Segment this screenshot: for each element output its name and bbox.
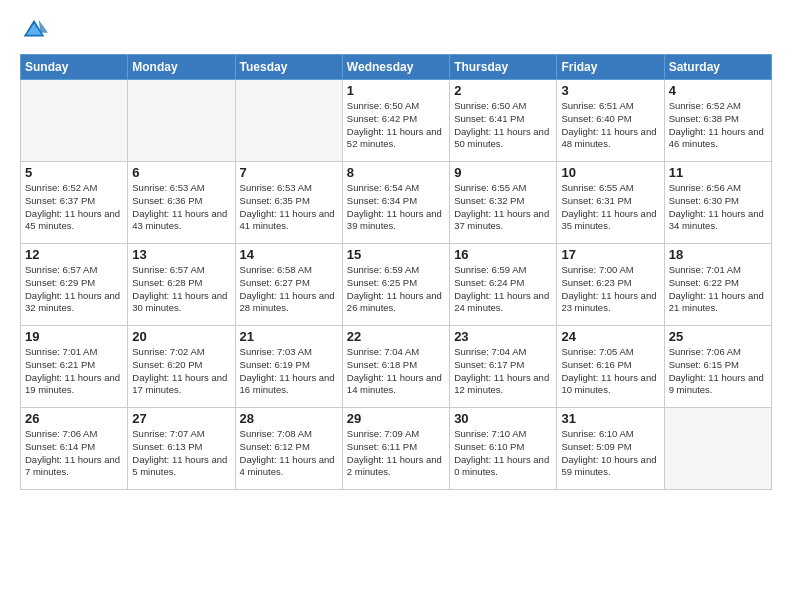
calendar-cell: 26 Sunrise: 7:06 AM Sunset: 6:14 PM Dayl… bbox=[21, 408, 128, 490]
day-info: Sunrise: 6:53 AM Sunset: 6:35 PM Dayligh… bbox=[240, 182, 338, 233]
calendar-cell: 22 Sunrise: 7:04 AM Sunset: 6:18 PM Dayl… bbox=[342, 326, 449, 408]
day-info: Sunrise: 6:56 AM Sunset: 6:30 PM Dayligh… bbox=[669, 182, 767, 233]
logo-icon bbox=[20, 16, 48, 44]
calendar-cell: 28 Sunrise: 7:08 AM Sunset: 6:12 PM Dayl… bbox=[235, 408, 342, 490]
day-info: Sunrise: 7:03 AM Sunset: 6:19 PM Dayligh… bbox=[240, 346, 338, 397]
col-sunday: Sunday bbox=[21, 55, 128, 80]
col-wednesday: Wednesday bbox=[342, 55, 449, 80]
day-number: 14 bbox=[240, 247, 338, 262]
calendar-cell: 23 Sunrise: 7:04 AM Sunset: 6:17 PM Dayl… bbox=[450, 326, 557, 408]
day-number: 28 bbox=[240, 411, 338, 426]
calendar-cell: 9 Sunrise: 6:55 AM Sunset: 6:32 PM Dayli… bbox=[450, 162, 557, 244]
day-info: Sunrise: 7:06 AM Sunset: 6:14 PM Dayligh… bbox=[25, 428, 123, 479]
day-info: Sunrise: 7:05 AM Sunset: 6:16 PM Dayligh… bbox=[561, 346, 659, 397]
col-tuesday: Tuesday bbox=[235, 55, 342, 80]
calendar-cell: 8 Sunrise: 6:54 AM Sunset: 6:34 PM Dayli… bbox=[342, 162, 449, 244]
calendar: Sunday Monday Tuesday Wednesday Thursday… bbox=[20, 54, 772, 490]
calendar-cell: 19 Sunrise: 7:01 AM Sunset: 6:21 PM Dayl… bbox=[21, 326, 128, 408]
calendar-week-4: 26 Sunrise: 7:06 AM Sunset: 6:14 PM Dayl… bbox=[21, 408, 772, 490]
calendar-cell: 12 Sunrise: 6:57 AM Sunset: 6:29 PM Dayl… bbox=[21, 244, 128, 326]
day-number: 24 bbox=[561, 329, 659, 344]
calendar-cell: 18 Sunrise: 7:01 AM Sunset: 6:22 PM Dayl… bbox=[664, 244, 771, 326]
col-saturday: Saturday bbox=[664, 55, 771, 80]
calendar-cell: 2 Sunrise: 6:50 AM Sunset: 6:41 PM Dayli… bbox=[450, 80, 557, 162]
day-number: 23 bbox=[454, 329, 552, 344]
day-info: Sunrise: 7:04 AM Sunset: 6:18 PM Dayligh… bbox=[347, 346, 445, 397]
day-number: 30 bbox=[454, 411, 552, 426]
calendar-cell: 17 Sunrise: 7:00 AM Sunset: 6:23 PM Dayl… bbox=[557, 244, 664, 326]
day-info: Sunrise: 7:01 AM Sunset: 6:21 PM Dayligh… bbox=[25, 346, 123, 397]
day-number: 21 bbox=[240, 329, 338, 344]
calendar-cell: 5 Sunrise: 6:52 AM Sunset: 6:37 PM Dayli… bbox=[21, 162, 128, 244]
calendar-cell: 30 Sunrise: 7:10 AM Sunset: 6:10 PM Dayl… bbox=[450, 408, 557, 490]
col-monday: Monday bbox=[128, 55, 235, 80]
day-info: Sunrise: 6:59 AM Sunset: 6:24 PM Dayligh… bbox=[454, 264, 552, 315]
day-number: 6 bbox=[132, 165, 230, 180]
day-number: 13 bbox=[132, 247, 230, 262]
day-number: 19 bbox=[25, 329, 123, 344]
calendar-cell: 11 Sunrise: 6:56 AM Sunset: 6:30 PM Dayl… bbox=[664, 162, 771, 244]
day-info: Sunrise: 7:06 AM Sunset: 6:15 PM Dayligh… bbox=[669, 346, 767, 397]
day-number: 11 bbox=[669, 165, 767, 180]
day-number: 4 bbox=[669, 83, 767, 98]
day-number: 16 bbox=[454, 247, 552, 262]
calendar-cell: 4 Sunrise: 6:52 AM Sunset: 6:38 PM Dayli… bbox=[664, 80, 771, 162]
day-info: Sunrise: 6:58 AM Sunset: 6:27 PM Dayligh… bbox=[240, 264, 338, 315]
calendar-cell bbox=[664, 408, 771, 490]
day-info: Sunrise: 6:55 AM Sunset: 6:31 PM Dayligh… bbox=[561, 182, 659, 233]
day-number: 1 bbox=[347, 83, 445, 98]
day-number: 12 bbox=[25, 247, 123, 262]
calendar-cell: 15 Sunrise: 6:59 AM Sunset: 6:25 PM Dayl… bbox=[342, 244, 449, 326]
day-number: 18 bbox=[669, 247, 767, 262]
day-number: 15 bbox=[347, 247, 445, 262]
day-info: Sunrise: 7:01 AM Sunset: 6:22 PM Dayligh… bbox=[669, 264, 767, 315]
calendar-cell: 13 Sunrise: 6:57 AM Sunset: 6:28 PM Dayl… bbox=[128, 244, 235, 326]
calendar-week-1: 5 Sunrise: 6:52 AM Sunset: 6:37 PM Dayli… bbox=[21, 162, 772, 244]
day-info: Sunrise: 7:07 AM Sunset: 6:13 PM Dayligh… bbox=[132, 428, 230, 479]
day-info: Sunrise: 6:50 AM Sunset: 6:41 PM Dayligh… bbox=[454, 100, 552, 151]
calendar-cell bbox=[235, 80, 342, 162]
day-number: 26 bbox=[25, 411, 123, 426]
day-info: Sunrise: 7:02 AM Sunset: 6:20 PM Dayligh… bbox=[132, 346, 230, 397]
day-number: 7 bbox=[240, 165, 338, 180]
day-info: Sunrise: 6:52 AM Sunset: 6:38 PM Dayligh… bbox=[669, 100, 767, 151]
header bbox=[20, 16, 772, 44]
calendar-cell: 29 Sunrise: 7:09 AM Sunset: 6:11 PM Dayl… bbox=[342, 408, 449, 490]
day-number: 2 bbox=[454, 83, 552, 98]
calendar-cell bbox=[21, 80, 128, 162]
calendar-cell: 14 Sunrise: 6:58 AM Sunset: 6:27 PM Dayl… bbox=[235, 244, 342, 326]
calendar-cell: 16 Sunrise: 6:59 AM Sunset: 6:24 PM Dayl… bbox=[450, 244, 557, 326]
day-number: 22 bbox=[347, 329, 445, 344]
calendar-cell: 3 Sunrise: 6:51 AM Sunset: 6:40 PM Dayli… bbox=[557, 80, 664, 162]
calendar-cell: 20 Sunrise: 7:02 AM Sunset: 6:20 PM Dayl… bbox=[128, 326, 235, 408]
day-number: 20 bbox=[132, 329, 230, 344]
calendar-week-0: 1 Sunrise: 6:50 AM Sunset: 6:42 PM Dayli… bbox=[21, 80, 772, 162]
day-number: 10 bbox=[561, 165, 659, 180]
calendar-cell: 21 Sunrise: 7:03 AM Sunset: 6:19 PM Dayl… bbox=[235, 326, 342, 408]
calendar-cell: 27 Sunrise: 7:07 AM Sunset: 6:13 PM Dayl… bbox=[128, 408, 235, 490]
col-friday: Friday bbox=[557, 55, 664, 80]
calendar-cell: 31 Sunrise: 6:10 AM Sunset: 5:09 PM Dayl… bbox=[557, 408, 664, 490]
day-number: 31 bbox=[561, 411, 659, 426]
calendar-cell: 6 Sunrise: 6:53 AM Sunset: 6:36 PM Dayli… bbox=[128, 162, 235, 244]
day-info: Sunrise: 6:55 AM Sunset: 6:32 PM Dayligh… bbox=[454, 182, 552, 233]
day-info: Sunrise: 7:10 AM Sunset: 6:10 PM Dayligh… bbox=[454, 428, 552, 479]
calendar-week-2: 12 Sunrise: 6:57 AM Sunset: 6:29 PM Dayl… bbox=[21, 244, 772, 326]
day-info: Sunrise: 6:54 AM Sunset: 6:34 PM Dayligh… bbox=[347, 182, 445, 233]
day-info: Sunrise: 6:50 AM Sunset: 6:42 PM Dayligh… bbox=[347, 100, 445, 151]
day-info: Sunrise: 7:04 AM Sunset: 6:17 PM Dayligh… bbox=[454, 346, 552, 397]
calendar-header-row: Sunday Monday Tuesday Wednesday Thursday… bbox=[21, 55, 772, 80]
calendar-cell: 1 Sunrise: 6:50 AM Sunset: 6:42 PM Dayli… bbox=[342, 80, 449, 162]
day-info: Sunrise: 7:08 AM Sunset: 6:12 PM Dayligh… bbox=[240, 428, 338, 479]
calendar-cell: 24 Sunrise: 7:05 AM Sunset: 6:16 PM Dayl… bbox=[557, 326, 664, 408]
calendar-cell: 10 Sunrise: 6:55 AM Sunset: 6:31 PM Dayl… bbox=[557, 162, 664, 244]
calendar-cell: 25 Sunrise: 7:06 AM Sunset: 6:15 PM Dayl… bbox=[664, 326, 771, 408]
day-info: Sunrise: 7:09 AM Sunset: 6:11 PM Dayligh… bbox=[347, 428, 445, 479]
day-number: 29 bbox=[347, 411, 445, 426]
day-number: 5 bbox=[25, 165, 123, 180]
day-number: 17 bbox=[561, 247, 659, 262]
day-info: Sunrise: 7:00 AM Sunset: 6:23 PM Dayligh… bbox=[561, 264, 659, 315]
calendar-cell bbox=[128, 80, 235, 162]
day-info: Sunrise: 6:10 AM Sunset: 5:09 PM Dayligh… bbox=[561, 428, 659, 479]
calendar-week-3: 19 Sunrise: 7:01 AM Sunset: 6:21 PM Dayl… bbox=[21, 326, 772, 408]
